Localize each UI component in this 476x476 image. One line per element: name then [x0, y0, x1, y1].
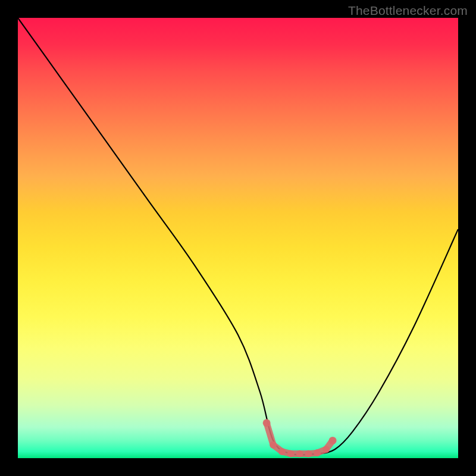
highlight-dot: [278, 448, 286, 455]
chart-svg: [18, 18, 458, 458]
highlight-dot: [296, 450, 303, 458]
highlight-dot: [305, 450, 312, 458]
highlight-dot: [263, 419, 271, 427]
watermark-text: TheBottlenecker.com: [348, 4, 468, 18]
bottleneck-curve-line: [18, 18, 458, 455]
chart-plot-area: [18, 18, 458, 458]
highlight-dot: [322, 446, 330, 453]
highlight-dots-group: [263, 419, 337, 457]
highlight-dot: [287, 450, 295, 458]
highlight-dot: [270, 441, 277, 449]
highlight-dot: [329, 437, 337, 444]
highlight-dot: [314, 449, 321, 456]
